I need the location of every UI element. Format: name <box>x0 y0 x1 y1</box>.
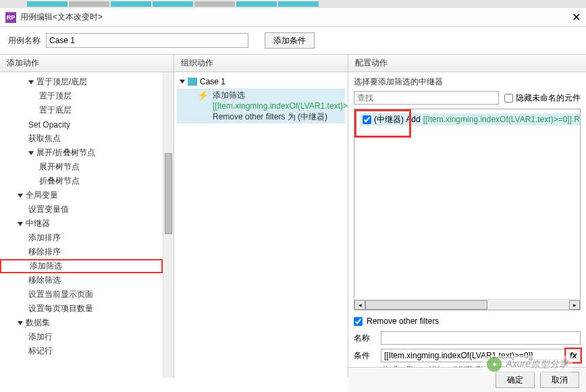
tree-item[interactable]: 添加行 <box>0 330 163 344</box>
remove-filters-label: Remove other filters <box>367 316 439 326</box>
tree-item-label: 折叠树节点 <box>39 175 80 187</box>
chevron-down-icon <box>18 222 23 226</box>
action-text: 添加筛选 [[Item.xingming.indexOf(LVAR1.text)… <box>213 90 348 122</box>
tree-item[interactable]: 移除筛选 <box>0 273 163 287</box>
action-tree[interactable]: 置于顶层/底层置于顶层置于底层Set Opacity获取焦点展开/折叠树节点展开… <box>0 72 163 378</box>
chevron-down-icon <box>28 80 34 84</box>
add-action-header: 添加动作 <box>0 55 174 72</box>
tree-item[interactable]: 标记行 <box>0 344 163 358</box>
tree-item[interactable]: 添加筛选 <box>0 259 163 273</box>
tree-item-label: 移除排序 <box>28 246 61 258</box>
configure-header: 配置动作 <box>348 55 586 72</box>
repeater-list[interactable]: (中继器) Add [[Item.xingming.indexOf(LVAR1.… <box>354 109 581 310</box>
condition-field-label: 条件 <box>354 350 375 362</box>
tree-item[interactable]: 设置变量值 <box>0 202 163 217</box>
chevron-down-icon <box>18 321 23 325</box>
case-name-row: 用例名称 添加条件 <box>0 27 586 54</box>
tree-item-label: 添加排序 <box>28 232 61 244</box>
tree-item[interactable]: Set Opacity <box>0 117 163 132</box>
case-name-input[interactable] <box>46 33 248 48</box>
tree-item-label: 中继器 <box>26 218 50 229</box>
tree-item-label: 置于底层 <box>39 105 72 116</box>
scrollbar-thumb-h[interactable] <box>365 300 487 310</box>
cancel-button[interactable]: 取消 <box>540 372 579 388</box>
organize-header: 组织动作 <box>174 55 348 72</box>
app-icon: RP <box>5 12 16 23</box>
tree-item-label: 展开树节点 <box>39 161 80 173</box>
ok-button[interactable]: 确定 <box>496 372 535 388</box>
tree-item[interactable]: 展开树节点 <box>0 160 163 174</box>
name-field-label: 名称 <box>354 333 375 344</box>
tree-item-label: 设置每页项目数量 <box>28 303 93 314</box>
hide-unnamed-checkbox[interactable]: 隐藏未命名的元件 <box>504 92 581 104</box>
watermark: ✦ Axure原型分享 <box>483 356 572 373</box>
close-icon[interactable]: ✕ <box>572 11 581 24</box>
tree-item[interactable]: 数据集 <box>0 316 163 330</box>
chevron-down-icon <box>28 151 34 155</box>
scrollbar-thumb[interactable] <box>165 153 172 234</box>
tree-item-label: 添加筛选 <box>30 260 62 272</box>
case-name-label: 用例名称 <box>8 35 41 47</box>
search-input[interactable] <box>354 91 499 105</box>
tree-item[interactable]: 中继器 <box>0 217 163 231</box>
tree-item-label: 移除筛选 <box>28 275 61 286</box>
tree-item-label: 全局变量 <box>26 190 58 201</box>
tree-item[interactable]: 置于顶层 <box>0 89 163 103</box>
scrollbar-vertical[interactable] <box>163 72 174 378</box>
tree-item-label: 置于顶层/底层 <box>36 76 87 88</box>
select-repeater-label: 选择要添加筛选的中继器 <box>354 76 581 90</box>
tree-item-label: 置于顶层 <box>39 90 72 102</box>
case-label: Case 1 <box>200 77 225 86</box>
tree-item[interactable]: 设置当前显示页面 <box>0 287 163 302</box>
chevron-down-icon <box>180 80 185 84</box>
scroll-right-icon[interactable]: ▸ <box>569 300 580 310</box>
tree-item-label: 标记行 <box>28 345 53 357</box>
tree-item[interactable]: 移除排序 <box>0 245 163 259</box>
add-condition-button[interactable]: 添加条件 <box>265 32 315 49</box>
tree-item[interactable]: 设置每页项目数量 <box>0 302 163 316</box>
tree-item[interactable]: 展开/折叠树节点 <box>0 146 163 160</box>
case-icon <box>188 78 197 86</box>
name-field-input[interactable] <box>381 331 581 345</box>
watermark-text: Axure原型分享 <box>506 358 568 370</box>
tree-item[interactable]: 折叠树节点 <box>0 174 163 188</box>
tree-item[interactable]: 置于底层 <box>0 103 163 117</box>
tree-item[interactable]: 置于顶层/底层 <box>0 75 163 89</box>
tree-item-label: 设置当前显示页面 <box>28 289 93 300</box>
window-title: 用例编辑<文本改变时> <box>20 11 103 23</box>
tree-item[interactable]: 添加排序 <box>0 231 163 245</box>
top-tab-stubs <box>0 0 586 8</box>
tree-item-label: 获取焦点 <box>28 133 61 144</box>
wechat-icon: ✦ <box>487 357 502 372</box>
tree-item-label: 数据集 <box>26 317 50 329</box>
titlebar: RP 用例编辑<文本改变时> ✕ <box>0 8 586 27</box>
tree-item-label: 展开/折叠树节点 <box>36 147 95 159</box>
case-node[interactable]: Case 1 <box>177 75 345 88</box>
chevron-down-icon <box>18 194 23 198</box>
scroll-left-icon[interactable]: ◂ <box>354 300 365 310</box>
tree-item[interactable]: 全局变量 <box>0 188 163 202</box>
tree-item-label: 添加行 <box>28 331 53 343</box>
tree-item-label: Set Opacity <box>28 120 70 130</box>
scrollbar-horizontal[interactable]: ◂ ▸ <box>354 299 580 310</box>
remove-filters-checkbox[interactable] <box>354 317 363 326</box>
bolt-icon: ⚡ <box>197 90 209 122</box>
action-node[interactable]: ⚡ 添加筛选 [[Item.xingming.indexOf(LVAR1.tex… <box>177 88 345 123</box>
tree-item-label: 设置变量值 <box>28 204 69 215</box>
highlight-box <box>354 109 411 138</box>
tree-item[interactable]: 获取焦点 <box>0 132 163 146</box>
